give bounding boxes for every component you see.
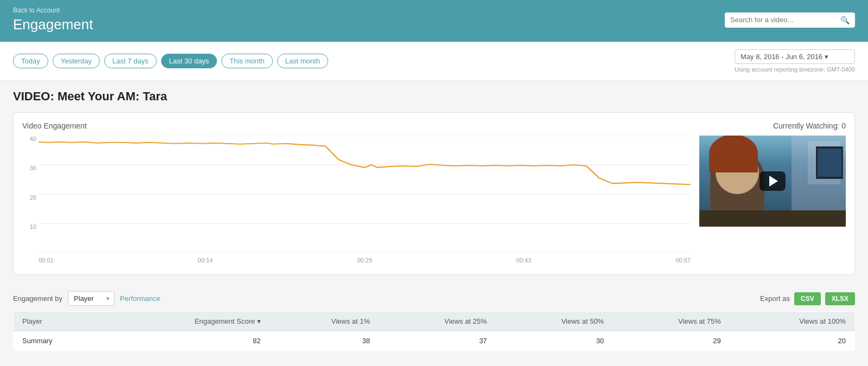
- y-axis: 40 30 20 10: [22, 136, 39, 253]
- chart-inner: [39, 136, 691, 253]
- y-label-10: 10: [30, 223, 36, 230]
- date-range-right: May 8, 2016 - Jun 6, 2016 ▾ Using accoun…: [735, 49, 855, 73]
- cell-engagement-score: 82: [106, 331, 269, 351]
- filter-btn-thismonth[interactable]: This month: [221, 54, 272, 68]
- col-views-100[interactable]: Views at 100%: [730, 312, 855, 331]
- play-button[interactable]: [760, 171, 786, 191]
- engagement-by-label: Engagement by: [13, 294, 62, 303]
- currently-watching-label: Currently Watching:: [773, 121, 839, 130]
- col-views-50[interactable]: Views at 50%: [496, 312, 613, 331]
- chart-body: 40 30 20 10: [22, 136, 846, 266]
- cell-views-25: 37: [379, 331, 496, 351]
- export-csv-button[interactable]: CSV: [794, 292, 821, 305]
- search-box: 🔍: [725, 12, 855, 28]
- filter-btn-today[interactable]: Today: [13, 54, 48, 68]
- col-views-25[interactable]: Views at 25%: [379, 312, 496, 331]
- header-left: Back to Account Engagement: [13, 7, 93, 33]
- chart-title: Video Engagement: [22, 121, 87, 130]
- player-select-wrapper: Player Domain Country: [68, 291, 114, 306]
- chart-section: Video Engagement Currently Watching: 0 4…: [13, 112, 855, 275]
- col-views-75[interactable]: Views at 75%: [612, 312, 730, 331]
- y-label-30: 30: [30, 165, 36, 171]
- export-label: Export as: [760, 294, 790, 303]
- engagement-by-row: Engagement by Player Domain Country Perf…: [13, 286, 855, 311]
- table-body: Summary 82 38 37 30 29 20: [14, 331, 855, 351]
- page-title: Engagement: [13, 16, 93, 33]
- table-row: Summary 82 38 37 30 29 20: [14, 331, 855, 351]
- filter-btn-last30days[interactable]: Last 30 days: [161, 54, 218, 68]
- x-label-0057: 00:57: [675, 257, 691, 264]
- header: Back to Account Engagement 🔍: [0, 0, 868, 42]
- filter-bar: Today Yesterday Last 7 days Last 30 days…: [0, 42, 868, 81]
- y-label-20: 20: [30, 194, 36, 201]
- chart-area: 40 30 20 10: [22, 136, 691, 266]
- timezone-note: Using account reporting timezone: GMT-04…: [735, 66, 855, 73]
- engagement-chart-svg: [39, 136, 691, 253]
- filter-btn-last7days[interactable]: Last 7 days: [104, 54, 157, 68]
- date-range-selector[interactable]: May 8, 2016 - Jun 6, 2016 ▾: [735, 49, 855, 64]
- y-label-40: 40: [30, 136, 36, 142]
- col-player[interactable]: Player: [14, 312, 107, 331]
- col-engagement-score[interactable]: Engagement Score ▾: [106, 312, 269, 331]
- back-link[interactable]: Back to Account: [13, 7, 93, 14]
- filter-btn-yesterday[interactable]: Yesterday: [53, 54, 100, 68]
- cell-views-75: 29: [612, 331, 730, 351]
- filter-btn-lastmonth[interactable]: Last month: [277, 54, 328, 68]
- video-thumbnail[interactable]: [699, 136, 846, 227]
- engagement-by-left: Engagement by Player Domain Country Perf…: [13, 291, 161, 306]
- x-label-0043: 00:43: [516, 257, 532, 264]
- search-icon: 🔍: [840, 16, 850, 24]
- col-views-1[interactable]: Views at 1%: [270, 312, 379, 331]
- cell-views-50: 30: [496, 331, 613, 351]
- x-label-0029: 00:29: [357, 257, 372, 264]
- data-table: Player Engagement Score ▾ Views at 1% Vi…: [13, 311, 855, 351]
- play-triangle-icon: [769, 176, 778, 187]
- x-label-0014: 00:14: [198, 257, 213, 264]
- currently-watching: Currently Watching: 0: [773, 121, 846, 130]
- performance-link[interactable]: Performance: [120, 294, 160, 303]
- table-header: Player Engagement Score ▾ Views at 1% Vi…: [14, 312, 855, 331]
- player-select[interactable]: Player Domain Country: [68, 291, 114, 306]
- filter-buttons: Today Yesterday Last 7 days Last 30 days…: [13, 54, 328, 68]
- date-range-value: May 8, 2016 - Jun 6, 2016 ▾: [741, 53, 828, 61]
- export-xlsx-button[interactable]: XLSX: [825, 292, 855, 305]
- cell-views-1: 38: [270, 331, 379, 351]
- search-input[interactable]: [730, 16, 838, 24]
- x-label-0001: 00:01: [39, 257, 54, 264]
- cell-views-100: 20: [730, 331, 855, 351]
- export-right: Export as CSV XLSX: [760, 292, 855, 305]
- chart-header: Video Engagement Currently Watching: 0: [22, 121, 846, 130]
- x-axis: 00:01 00:14 00:29 00:43 00:57: [39, 255, 691, 266]
- video-title: VIDEO: Meet Your AM: Tara: [13, 89, 855, 104]
- currently-watching-value: 0: [841, 121, 846, 130]
- cell-player: Summary: [14, 331, 107, 351]
- main-content: VIDEO: Meet Your AM: Tara Video Engageme…: [0, 81, 868, 359]
